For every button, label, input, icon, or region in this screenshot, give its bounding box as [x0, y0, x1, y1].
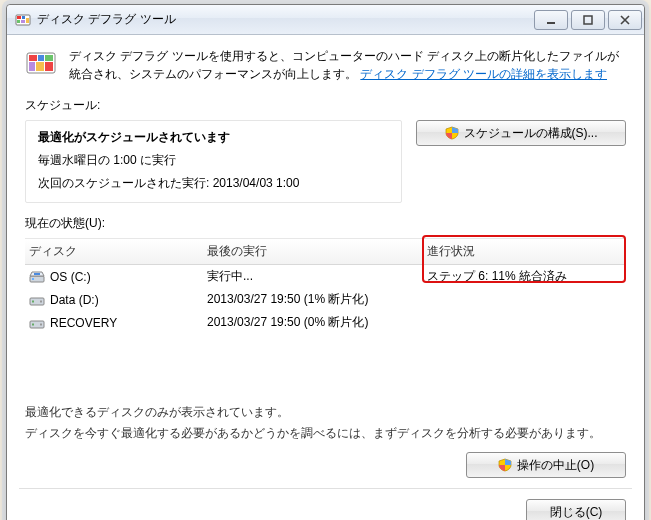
last-run: 2013/03/27 19:50 (0% 断片化): [207, 314, 427, 331]
svg-rect-1: [17, 16, 21, 19]
svg-rect-11: [45, 55, 53, 61]
intro-details-link[interactable]: ディスク デフラグ ツールの詳細を表示します: [360, 67, 607, 81]
svg-rect-19: [32, 300, 34, 302]
schedule-info: 最適化がスケジュールされています 毎週水曜日の 1:00 に実行 次回のスケジュ…: [25, 120, 402, 203]
svg-rect-17: [34, 273, 40, 275]
note-line1: 最適化できるディスクのみが表示されています。: [25, 404, 626, 421]
head-disk[interactable]: ディスク: [27, 243, 207, 260]
table-body: OS (C:)実行中...ステップ 6: 11% 統合済みData (D:)20…: [25, 265, 626, 334]
schedule-line2: 次回のスケジュールされた実行: 2013/04/03 1:00: [38, 175, 389, 192]
schedule-heading: 最適化がスケジュールされています: [38, 129, 389, 146]
svg-rect-20: [40, 300, 42, 302]
svg-rect-12: [29, 62, 35, 71]
schedule-line1: 毎週水曜日の 1:00 に実行: [38, 152, 389, 169]
svg-rect-9: [29, 55, 37, 61]
action-button-row: 操作の中止(O): [25, 452, 626, 478]
svg-rect-13: [36, 62, 44, 71]
defrag-large-icon: [25, 47, 57, 79]
svg-rect-10: [38, 55, 44, 61]
disk-name: Data (D:): [50, 293, 99, 307]
svg-rect-5: [26, 18, 29, 23]
disk-table: ディスク 最後の実行 進行状況 OS (C:)実行中...ステップ 6: 11%…: [25, 238, 626, 334]
status-label: 現在の状態(U):: [25, 215, 626, 232]
table-row[interactable]: Data (D:)2013/03/27 19:50 (1% 断片化): [25, 288, 626, 311]
last-run: 2013/03/27 19:50 (1% 断片化): [207, 291, 427, 308]
disk-icon: [29, 316, 45, 330]
stop-operation-button[interactable]: 操作の中止(O): [466, 452, 626, 478]
svg-rect-14: [45, 62, 53, 71]
window-title: ディスク デフラグ ツール: [37, 11, 531, 28]
head-progress[interactable]: 進行状況: [427, 243, 624, 260]
svg-rect-4: [21, 20, 25, 23]
configure-schedule-button[interactable]: スケジュールの構成(S)...: [416, 120, 626, 146]
svg-rect-22: [32, 323, 34, 325]
shield-icon: [445, 126, 459, 140]
content-area: ディスク デフラグ ツールを使用すると、コンピューターのハード ディスク上の断片…: [7, 35, 644, 520]
window-controls: [531, 10, 642, 30]
disk-icon: [29, 293, 45, 307]
maximize-button[interactable]: [571, 10, 605, 30]
titlebar: ディスク デフラグ ツール: [7, 5, 644, 35]
disk-icon: [29, 270, 45, 284]
close-window-button[interactable]: [608, 10, 642, 30]
schedule-label: スケジュール:: [25, 97, 626, 114]
svg-rect-3: [17, 20, 20, 23]
configure-schedule-label: スケジュールの構成(S)...: [464, 125, 598, 142]
intro-text: ディスク デフラグ ツールを使用すると、コンピューターのハード ディスク上の断片…: [69, 47, 626, 83]
svg-rect-7: [584, 16, 592, 24]
defrag-window: ディスク デフラグ ツール ディスク デフラグ ツールを使用すると、コンピュータ…: [6, 4, 645, 520]
disk-name: RECOVERY: [50, 316, 117, 330]
svg-rect-23: [40, 323, 42, 325]
stop-operation-label: 操作の中止(O): [517, 457, 594, 474]
table-header: ディスク 最後の実行 進行状況: [25, 238, 626, 265]
progress: ステップ 6: 11% 統合済み: [427, 268, 624, 285]
close-button-row: 閉じる(C): [25, 499, 626, 520]
head-last[interactable]: 最後の実行: [207, 243, 427, 260]
table-row[interactable]: RECOVERY2013/03/27 19:50 (0% 断片化): [25, 311, 626, 334]
close-button-label: 閉じる(C): [550, 504, 603, 521]
svg-rect-2: [22, 16, 25, 19]
close-button[interactable]: 閉じる(C): [526, 499, 626, 520]
shield-icon: [498, 458, 512, 472]
minimize-button[interactable]: [534, 10, 568, 30]
intro: ディスク デフラグ ツールを使用すると、コンピューターのハード ディスク上の断片…: [25, 47, 626, 83]
svg-rect-6: [547, 22, 555, 24]
note-line2: ディスクを今すぐ最適化する必要があるかどうかを調べるには、まずディスクを分析する…: [25, 425, 626, 442]
table-row[interactable]: OS (C:)実行中...ステップ 6: 11% 統合済み: [25, 265, 626, 288]
separator: [19, 488, 632, 489]
schedule-section: 最適化がスケジュールされています 毎週水曜日の 1:00 に実行 次回のスケジュ…: [25, 120, 626, 203]
disk-name: OS (C:): [50, 270, 91, 284]
last-run: 実行中...: [207, 268, 427, 285]
defrag-app-icon: [15, 12, 31, 28]
svg-rect-16: [32, 278, 34, 280]
